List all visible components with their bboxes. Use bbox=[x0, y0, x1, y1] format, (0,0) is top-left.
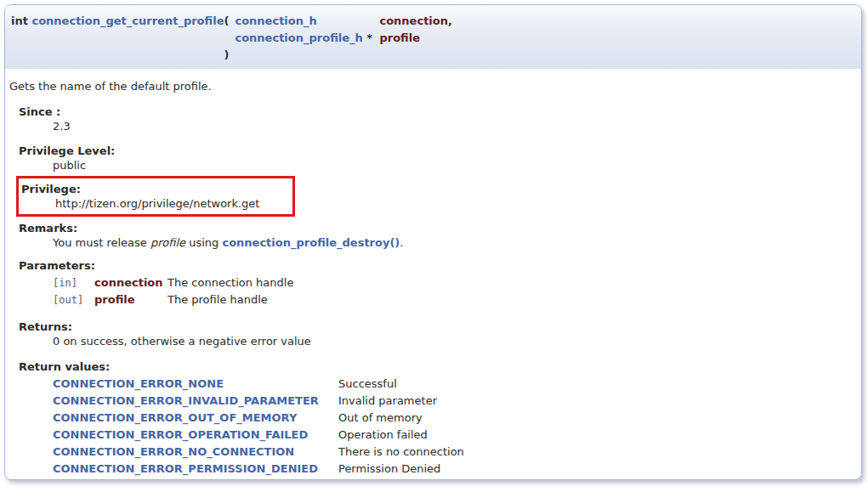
param-description: The connection handle bbox=[167, 274, 293, 291]
returns-label: Returns: bbox=[19, 320, 857, 334]
empty-cell bbox=[11, 47, 224, 64]
parameters-list: [in] connection The connection handle [o… bbox=[53, 274, 857, 308]
remarks-text-middle: using bbox=[185, 236, 222, 249]
section-return-values: Return values: CONNECTION_ERROR_NONE Suc… bbox=[19, 359, 857, 478]
signature-row-2: connection_profile_h * profile bbox=[11, 30, 452, 47]
param-name-profile: profile bbox=[379, 31, 420, 44]
remarks-label: Remarks: bbox=[19, 221, 857, 235]
function-description: Gets the name of the default profile. bbox=[9, 79, 857, 93]
section-returns: Returns: 0 on success, otherwise a negat… bbox=[19, 320, 857, 348]
return-value-link[interactable]: CONNECTION_ERROR_OUT_OF_MEMORY bbox=[53, 411, 297, 424]
pointer-star: * bbox=[366, 31, 372, 44]
close-paren: ) bbox=[224, 47, 235, 64]
return-values-label: Return values: bbox=[19, 359, 857, 374]
return-value-description: Invalid parameter bbox=[338, 393, 464, 410]
function-doc-card: int connection_get_current_profile ( con… bbox=[4, 4, 862, 480]
remarks-emphasis: profile bbox=[150, 236, 185, 249]
empty-cell bbox=[224, 30, 235, 47]
function-signature-header: int connection_get_current_profile ( con… bbox=[5, 5, 861, 69]
since-label: Since : bbox=[19, 105, 857, 119]
param-name-connection: connection, bbox=[379, 14, 451, 27]
return-value-cell: CONNECTION_ERROR_NONE bbox=[53, 376, 338, 393]
return-type: int bbox=[11, 14, 28, 27]
section-since: Since : 2.3 bbox=[19, 105, 857, 133]
return-value-cell: CONNECTION_ERROR_PERMISSION_DENIED bbox=[53, 461, 338, 478]
empty-cell bbox=[11, 30, 224, 47]
return-value-row: CONNECTION_ERROR_INVALID_PARAMETER Inval… bbox=[53, 393, 464, 410]
privilege-level-value: public bbox=[53, 158, 857, 172]
return-value-cell: CONNECTION_ERROR_OPERATION_FAILED bbox=[53, 427, 338, 444]
remarks-text-before: You must release bbox=[53, 236, 150, 249]
return-value-row: CONNECTION_ERROR_OPERATION_FAILED Operat… bbox=[53, 427, 464, 444]
return-value-row: CONNECTION_ERROR_NONE Successful bbox=[53, 376, 464, 393]
privilege-label: Privilege: bbox=[21, 182, 292, 196]
section-privilege: Privilege: http://tizen.org/privilege/ne… bbox=[21, 182, 292, 211]
parameters-table: [in] connection The connection handle [o… bbox=[53, 274, 293, 308]
return-value-description: There is no connection bbox=[338, 444, 464, 461]
param-name: connection bbox=[94, 274, 167, 291]
remarks-text: You must release profile using connectio… bbox=[53, 235, 857, 250]
return-value-description: Operation failed bbox=[338, 427, 464, 444]
param-direction: [out] bbox=[53, 291, 94, 308]
return-value-row: CONNECTION_ERROR_PERMISSION_DENIED Permi… bbox=[53, 461, 464, 478]
signature-row-3: ) bbox=[11, 47, 452, 64]
param-name-cell: profile bbox=[379, 30, 451, 47]
return-values-table: CONNECTION_ERROR_NONE Successful CONNECT… bbox=[53, 376, 464, 478]
return-value-link[interactable]: CONNECTION_ERROR_INVALID_PARAMETER bbox=[53, 394, 319, 407]
return-value-link[interactable]: CONNECTION_ERROR_OPERATION_FAILED bbox=[53, 428, 308, 441]
empty-cell bbox=[379, 47, 451, 64]
signature-table: int connection_get_current_profile ( con… bbox=[11, 13, 452, 64]
return-value-description: Successful bbox=[338, 376, 464, 393]
returns-value: 0 on success, otherwise a negative error… bbox=[53, 334, 857, 348]
return-value-description: Out of memory bbox=[338, 410, 464, 427]
empty-cell bbox=[235, 47, 379, 64]
parameters-label: Parameters: bbox=[19, 258, 857, 273]
param-type-link-connection-profile-h[interactable]: connection_profile_h bbox=[235, 31, 362, 44]
param-name: profile bbox=[94, 291, 167, 308]
param-type-cell: connection_profile_h * bbox=[235, 30, 379, 47]
signature-row-1: int connection_get_current_profile ( con… bbox=[11, 13, 452, 30]
parameter-row: [out] profile The profile handle bbox=[53, 291, 293, 308]
section-parameters: Parameters: [in] connection The connecti… bbox=[19, 258, 857, 308]
return-value-cell: CONNECTION_ERROR_OUT_OF_MEMORY bbox=[53, 410, 338, 427]
since-value: 2.3 bbox=[53, 119, 857, 133]
param-description: The profile handle bbox=[167, 291, 293, 308]
return-value-description: Permission Denied bbox=[338, 461, 464, 478]
return-value-cell: CONNECTION_ERROR_INVALID_PARAMETER bbox=[53, 393, 338, 410]
open-paren: ( bbox=[224, 13, 235, 30]
param-direction: [in] bbox=[53, 274, 94, 291]
return-value-link[interactable]: CONNECTION_ERROR_PERMISSION_DENIED bbox=[53, 462, 318, 475]
return-value-row: CONNECTION_ERROR_OUT_OF_MEMORY Out of me… bbox=[53, 410, 464, 427]
param-type-cell: connection_h bbox=[235, 13, 379, 30]
privilege-level-label: Privilege Level: bbox=[19, 144, 857, 158]
section-remarks: Remarks: You must release profile using … bbox=[19, 221, 857, 250]
return-value-cell: CONNECTION_ERROR_NO_CONNECTION bbox=[53, 444, 338, 461]
function-name: connection_get_current_profile bbox=[31, 14, 224, 27]
privilege-highlight-box: Privilege: http://tizen.org/privilege/ne… bbox=[16, 176, 295, 217]
return-values-list: CONNECTION_ERROR_NONE Successful CONNECT… bbox=[53, 376, 857, 478]
return-value-link[interactable]: CONNECTION_ERROR_NO_CONNECTION bbox=[53, 445, 294, 458]
function-doc-body: Gets the name of the default profile. Si… bbox=[5, 69, 861, 480]
parameter-row: [in] connection The connection handle bbox=[53, 274, 293, 291]
privilege-value: http://tizen.org/privilege/network.get bbox=[55, 196, 292, 211]
return-value-row: CONNECTION_ERROR_NO_CONNECTION There is … bbox=[53, 444, 464, 461]
signature-memname: int connection_get_current_profile bbox=[11, 13, 224, 30]
section-privilege-level: Privilege Level: public bbox=[19, 144, 857, 172]
param-type-link-connection-h[interactable]: connection_h bbox=[235, 14, 316, 27]
connection-profile-destroy-link[interactable]: connection_profile_destroy() bbox=[222, 236, 400, 249]
remarks-text-after: . bbox=[400, 236, 403, 249]
return-value-link[interactable]: CONNECTION_ERROR_NONE bbox=[53, 377, 224, 390]
param-name-cell: connection, bbox=[379, 13, 451, 30]
